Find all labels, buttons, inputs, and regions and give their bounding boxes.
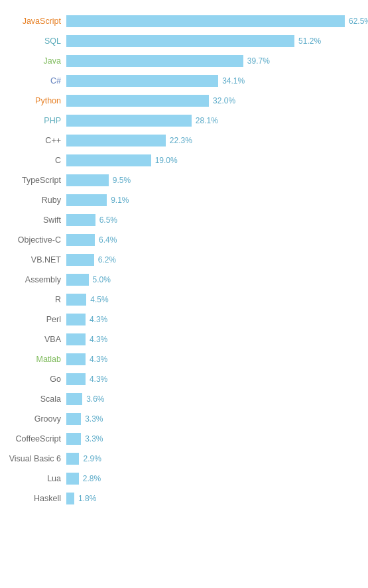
bar-fill <box>66 95 209 107</box>
bar-value: 28.1% <box>196 116 218 125</box>
bar-fill <box>66 194 107 206</box>
bar-label: Java <box>0 56 66 66</box>
bar-label: Objective-C <box>0 235 66 245</box>
bar-row: C++22.3% <box>0 131 368 150</box>
bar-row: TypeScript9.5% <box>0 171 368 190</box>
bar-value: 6.4% <box>99 235 117 245</box>
bar-fill <box>66 214 95 226</box>
bar-value: 2.9% <box>83 454 101 463</box>
bar-area: 1.8% <box>66 493 368 504</box>
bar-area: 4.3% <box>66 373 368 385</box>
bar-row: Go4.3% <box>0 370 368 388</box>
bar-row: Groovy3.3% <box>0 410 368 428</box>
bar-fill <box>66 115 192 127</box>
bar-row: Objective-C6.4% <box>0 231 368 249</box>
bar-label: Visual Basic 6 <box>0 454 66 463</box>
bar-label: R <box>0 295 66 304</box>
bar-fill <box>66 294 86 306</box>
bar-row: Java39.7% <box>0 52 368 70</box>
bar-row: SQL51.2% <box>0 32 368 50</box>
bar-row: Haskell1.8% <box>0 489 368 508</box>
bar-label: Swift <box>0 215 66 225</box>
bar-row: Assembly5.0% <box>0 270 368 289</box>
bar-row: Python32.0% <box>0 91 368 110</box>
bar-area: 9.5% <box>66 174 368 186</box>
bar-value: 4.3% <box>90 375 107 384</box>
bar-fill <box>66 393 82 405</box>
bar-label: SQL <box>0 36 66 46</box>
bar-label: C# <box>0 76 66 86</box>
bar-area: 6.5% <box>66 214 368 226</box>
bar-label: C++ <box>0 136 66 145</box>
bar-label: Assembly <box>0 275 66 284</box>
bar-fill <box>66 413 81 425</box>
bar-row: Matlab4.3% <box>0 350 368 369</box>
bar-value: 4.3% <box>90 355 107 364</box>
bar-row: VB.NET6.2% <box>0 251 368 269</box>
bar-value: 3.6% <box>86 394 104 404</box>
bar-area: 62.5% <box>66 15 368 27</box>
bar-label: JavaScript <box>0 17 66 26</box>
bar-row: Lua2.8% <box>0 469 368 488</box>
bar-value: 22.3% <box>170 136 192 145</box>
bar-area: 2.9% <box>66 453 368 465</box>
bar-area: 39.7% <box>66 55 368 67</box>
bar-label: TypeScript <box>0 176 66 185</box>
bar-label: VBA <box>0 335 66 344</box>
bar-row: C#34.1% <box>0 72 368 90</box>
bar-label: Ruby <box>0 196 66 205</box>
bar-area: 3.3% <box>66 433 368 445</box>
bar-fill <box>66 174 109 186</box>
bar-row: VBA4.3% <box>0 330 368 349</box>
bar-fill <box>66 314 86 325</box>
bar-row: Swift6.5% <box>0 211 368 229</box>
bar-area: 19.0% <box>66 154 368 166</box>
bar-area: 51.2% <box>66 35 368 47</box>
bar-area: 6.2% <box>66 254 368 266</box>
bar-area: 34.1% <box>66 75 368 87</box>
bar-fill <box>66 154 151 166</box>
bar-value: 51.2% <box>298 36 321 46</box>
bar-fill <box>66 333 86 345</box>
bar-row: JavaScript62.5% <box>0 12 368 30</box>
bar-fill <box>66 493 74 504</box>
bar-area: 3.6% <box>66 393 368 405</box>
bar-row: CoffeeScript3.3% <box>0 430 368 448</box>
bar-fill <box>66 373 86 385</box>
bar-value: 3.3% <box>85 434 103 443</box>
bar-value: 39.7% <box>247 56 270 66</box>
bar-fill <box>66 234 95 246</box>
bar-fill <box>66 55 243 67</box>
bar-fill <box>66 75 218 87</box>
bar-area: 22.3% <box>66 135 368 147</box>
bar-value: 1.8% <box>78 494 96 503</box>
bar-fill <box>66 433 81 445</box>
bar-value: 4.3% <box>90 335 107 344</box>
bar-value: 32.0% <box>213 96 235 105</box>
bar-value: 4.3% <box>90 315 107 324</box>
bar-fill <box>66 274 89 286</box>
bar-area: 6.4% <box>66 234 368 246</box>
bar-value: 3.3% <box>85 414 103 424</box>
bar-value: 6.2% <box>98 255 116 265</box>
bar-value: 2.8% <box>83 474 101 483</box>
bar-label: CoffeeScript <box>0 434 66 443</box>
bar-label: Lua <box>0 474 66 483</box>
bar-value: 9.1% <box>111 196 129 205</box>
bar-fill <box>66 15 345 27</box>
bar-chart: JavaScript62.5%SQL51.2%Java39.7%C#34.1%P… <box>0 7 368 514</box>
bar-area: 28.1% <box>66 115 368 127</box>
bar-row: Ruby9.1% <box>0 191 368 209</box>
bar-area: 4.3% <box>66 353 368 365</box>
bar-value: 9.5% <box>113 176 131 185</box>
bar-label: Scala <box>0 394 66 404</box>
bar-area: 5.0% <box>66 274 368 286</box>
bar-area: 9.1% <box>66 194 368 206</box>
bar-value: 34.1% <box>222 76 245 86</box>
bar-fill <box>66 473 79 485</box>
bar-value: 19.0% <box>155 156 178 165</box>
bar-row: PHP28.1% <box>0 111 368 130</box>
bar-label: Perl <box>0 315 66 324</box>
bar-fill <box>66 135 166 147</box>
bar-row: C19.0% <box>0 151 368 170</box>
